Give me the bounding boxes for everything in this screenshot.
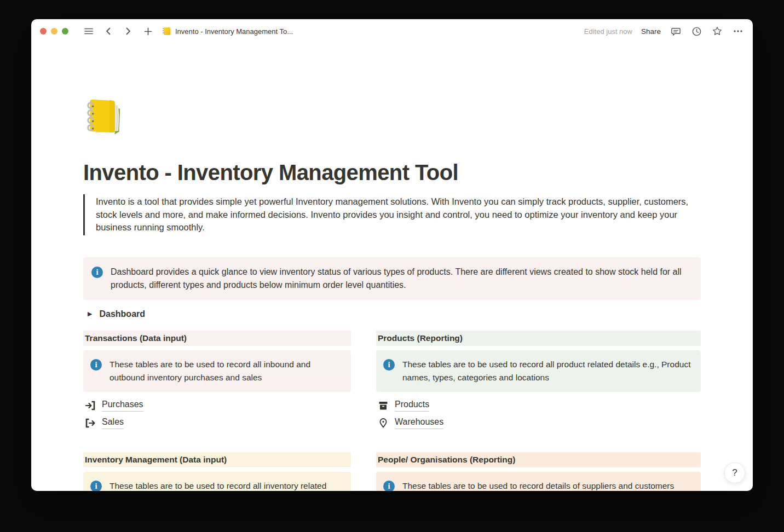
info-icon: i xyxy=(90,359,102,371)
page-notebook-emoji-icon[interactable] xyxy=(83,96,127,140)
archive-box-icon xyxy=(378,400,389,411)
close-window-button[interactable] xyxy=(40,28,47,34)
inventory-management-header: Inventory Management (Data input) xyxy=(83,452,351,467)
page-content: Invento - Inventory Management Tool Inve… xyxy=(83,43,701,491)
inventory-management-callout-text: These tables are to be used to record al… xyxy=(109,479,343,491)
warehouses-link-label: Warehouses xyxy=(395,417,443,429)
products-callout: i These tables are to be used to record … xyxy=(376,350,701,392)
page-link-sales[interactable]: Sales xyxy=(83,415,351,431)
info-icon: i xyxy=(91,267,103,278)
dashboard-toggle-label: Dashboard xyxy=(99,309,145,319)
info-icon: i xyxy=(383,481,395,491)
help-button[interactable]: ? xyxy=(724,462,745,483)
new-tab-plus-icon[interactable] xyxy=(142,25,154,37)
page-title: Invento - Inventory Management Tool xyxy=(83,159,701,186)
dashboard-info-text: Dashboard provides a quick glance to vie… xyxy=(111,265,692,292)
more-options-icon[interactable] xyxy=(732,25,744,37)
info-icon: i xyxy=(90,481,102,491)
favorite-star-icon[interactable] xyxy=(711,25,723,37)
transactions-callout: i These tables are to be used to record … xyxy=(83,350,351,392)
edited-status: Edited just now xyxy=(584,27,632,36)
location-pin-icon xyxy=(378,418,389,429)
page-notebook-mini-icon xyxy=(163,27,171,36)
people-organisations-section: People/ Organisations (Reporting) i Thes… xyxy=(376,452,701,491)
window-title: Invento - Inventory Management To... xyxy=(163,27,293,36)
zoom-window-button[interactable] xyxy=(62,28,68,34)
back-icon[interactable] xyxy=(102,25,114,37)
inventory-management-section: Inventory Management (Data input) i Thes… xyxy=(83,452,351,491)
columns-row-1: Transactions (Data input) i These tables… xyxy=(83,331,701,432)
minimize-window-button[interactable] xyxy=(51,28,57,34)
sales-link-label: Sales xyxy=(102,417,124,429)
people-organisations-header: People/ Organisations (Reporting) xyxy=(376,452,701,467)
columns-row-2: Inventory Management (Data input) i Thes… xyxy=(83,452,701,491)
transactions-section: Transactions (Data input) i These tables… xyxy=(83,331,351,432)
products-callout-text: These tables are to be used to record al… xyxy=(402,358,693,384)
sidebar-menu-icon[interactable] xyxy=(83,25,95,37)
page-link-warehouses[interactable]: Warehouses xyxy=(376,415,701,431)
forward-icon[interactable] xyxy=(122,25,134,37)
purchases-link-label: Purchases xyxy=(102,399,143,412)
comments-icon[interactable] xyxy=(670,25,682,37)
people-organisations-callout: i These tables are to be used to record … xyxy=(376,472,701,491)
title-bar: Invento - Inventory Management To... Edi… xyxy=(31,19,753,43)
updates-clock-icon[interactable] xyxy=(690,25,702,37)
products-header: Products (Reporting) xyxy=(376,331,701,346)
info-icon: i xyxy=(383,359,395,371)
transactions-callout-text: These tables are to be used to record al… xyxy=(109,358,343,384)
titlebar-actions: Edited just now Share xyxy=(584,25,744,37)
people-organisations-callout-text: These tables are to be used to record de… xyxy=(402,479,674,491)
app-window: Invento - Inventory Management To... Edi… xyxy=(31,19,753,491)
toggle-arrow-icon[interactable]: ▶ xyxy=(88,311,92,317)
exit-door-icon xyxy=(85,418,96,429)
page-link-purchases[interactable]: Purchases xyxy=(83,397,351,414)
inventory-management-callout: i These tables are to be used to record … xyxy=(83,472,351,491)
dashboard-toggle[interactable]: ▶ Dashboard xyxy=(83,307,701,321)
page-link-products[interactable]: Products xyxy=(376,397,701,414)
products-section: Products (Reporting) i These tables are … xyxy=(376,331,701,432)
traffic-lights xyxy=(40,28,68,34)
dashboard-info-callout: i Dashboard provides a quick glance to v… xyxy=(83,257,701,300)
intro-quote: Invento is a tool that provides simple y… xyxy=(83,194,691,235)
share-button[interactable]: Share xyxy=(641,27,661,36)
transactions-header: Transactions (Data input) xyxy=(83,331,351,346)
enter-door-icon xyxy=(85,400,96,411)
products-link-label: Products xyxy=(395,399,429,412)
